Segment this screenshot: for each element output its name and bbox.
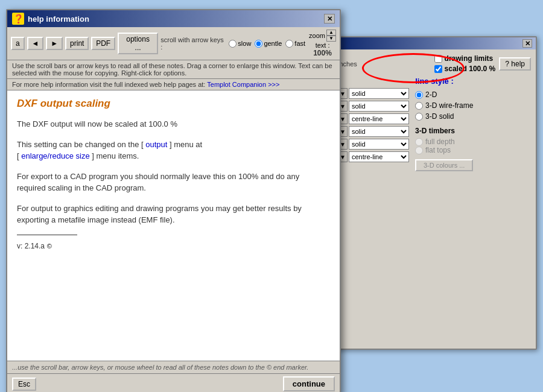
flat-tops-label: flat tops (425, 146, 451, 154)
line-dropdown-1: ▼ solidcentre-lineshort-dashed (338, 88, 409, 99)
help-title-left: ❓ help information (12, 13, 89, 25)
help-window-close[interactable]: ✕ (324, 14, 335, 24)
radio-slow[interactable] (229, 40, 237, 48)
scroll-radio-group: slow gentle fast (229, 40, 305, 48)
templot-link[interactable]: Templot Companion >>> (207, 81, 279, 88)
pdf-button[interactable]: PDF (91, 37, 115, 50)
content-para3: For export to a CAD program you should n… (17, 171, 330, 194)
content-para2: This setting can be changed on the [ out… (17, 139, 330, 162)
footer-scroll-text: ...use the scroll bar, arrow keys, or mo… (12, 364, 308, 371)
drawing-limits-label: drawing limits (445, 54, 494, 63)
radio-3d-wire-item: 3-D wire-frame (415, 101, 473, 110)
help-infobar2: For more help information visit the full… (7, 79, 340, 90)
content-para1: The DXF output will now be scaled at The… (17, 118, 330, 130)
help-bottom-bar: Esc continue (7, 373, 340, 392)
options-button[interactable]: options ... (118, 33, 158, 54)
radio-3d-solid-label: 3-D solid (425, 112, 454, 121)
help-footer: ...use the scroll bar, arrow keys, or mo… (7, 361, 340, 373)
zoom-percent: 100% (313, 49, 332, 57)
help-window-icon: ❓ (12, 13, 24, 25)
nav-prev-button[interactable]: ◄ (27, 37, 44, 50)
help-infobar: Use the scroll bars or arrow keys to rea… (7, 60, 340, 79)
help-content: DXF output scaling The DXF output will n… (7, 90, 340, 361)
line-dropdown-3: ▼ centre-linesolidshort-dashed (338, 113, 409, 124)
nav-a-button[interactable]: a (11, 37, 25, 50)
radio-full-depth[interactable] (415, 138, 423, 146)
line-select-3[interactable]: centre-linesolidshort-dashed (349, 113, 409, 124)
zoom-label: zoom (309, 32, 325, 39)
line-select-6[interactable]: centre-linesolidshort-dashed (349, 151, 409, 162)
line-select-1[interactable]: solidcentre-lineshort-dashed (349, 88, 409, 99)
copyright-symbol: © (47, 242, 52, 250)
line-select-5[interactable]: solidcentre-lineshort-dashed (349, 139, 409, 150)
zoom-arrows: ▲ ▼ (326, 30, 336, 42)
colors-button[interactable]: 3-D colours ... (415, 159, 473, 171)
esc-button[interactable]: Esc (12, 378, 36, 391)
content-title: DXF output scaling (17, 98, 330, 110)
radio-fast-label: fast (285, 40, 305, 48)
zoom-section: zoom ▲ ▼ text : 100% (309, 30, 336, 57)
inches-row: inches (338, 60, 360, 68)
scaled-checkbox[interactable] (434, 65, 442, 73)
help-toolbar: a ◄ ► print PDF options ... scroll with … (7, 27, 340, 60)
help-window-title: help information (28, 14, 89, 24)
drawing-limits-checkbox[interactable] (434, 55, 442, 63)
line-select-2[interactable]: solidcentre-lineshort-dashed (349, 101, 409, 112)
flat-tops-item: flat tops (415, 146, 473, 154)
line-col-left: ▼ solidcentre-lineshort-dashed ▼ solidce… (338, 88, 409, 174)
help-button[interactable]: ? help (499, 57, 531, 71)
zoom-down-button[interactable]: ▼ (326, 36, 336, 42)
radio-gentle[interactable] (255, 40, 262, 48)
bg-dialog-titlebar: ✕ (333, 37, 536, 49)
radio-2d-label: 2-D (425, 90, 437, 99)
full-depth-item: full depth (415, 138, 473, 146)
line-select-4[interactable]: solidcentre-lineshort-dashed (349, 126, 409, 137)
content-para4: For output to graphics editing and drawi… (17, 203, 330, 226)
radio-3d-solid[interactable] (415, 113, 423, 121)
radio-2d-item: 2-D (415, 90, 473, 99)
radio-flat-tops[interactable] (415, 147, 423, 154)
line-dropdown-6: ▼ centre-linesolidshort-dashed (338, 151, 409, 162)
help-window: ❓ help information ✕ a ◄ ► print PDF opt… (6, 9, 341, 392)
full-depth-label: full depth (425, 138, 455, 146)
bg-dialog-close[interactable]: ✕ (522, 39, 532, 48)
line-style-header: line style : (338, 77, 531, 86)
enlarge-link[interactable]: enlarge/reduce size (21, 151, 89, 160)
nav-next-button[interactable]: ► (46, 37, 63, 50)
radio-2d[interactable] (415, 91, 423, 99)
infobar-text: Use the scroll bars or arrow keys to rea… (12, 62, 332, 77)
radio-fast[interactable] (285, 40, 293, 48)
radio-gentle-label: gentle (255, 40, 282, 48)
version-row: v: 2.14.a © (17, 241, 330, 250)
radio-3d-solid-item: 3-D solid (415, 112, 473, 121)
infobar2-text: For more help information visit the full… (12, 81, 207, 88)
print-button[interactable]: print (65, 37, 89, 50)
content-divider (17, 235, 77, 235)
zoom-up-button[interactable]: ▲ (326, 30, 336, 36)
radio-3d-wire[interactable] (415, 102, 423, 110)
radio-3d-wire-label: 3-D wire-frame (425, 101, 473, 110)
drawing-limits-section: drawing limits scaled 100.0 % (434, 54, 496, 73)
background-dialog: ✕ inches drawing limits scaled 100.0 % (332, 36, 537, 350)
line-dropdown-4: ▼ solidcentre-lineshort-dashed (338, 126, 409, 137)
continue-button[interactable]: continue (283, 376, 335, 391)
line-dropdown-2: ▼ solidcentre-lineshort-dashed (338, 101, 409, 112)
timbers-label: 3-D timbers (415, 127, 473, 135)
help-titlebar: ❓ help information ✕ (7, 10, 340, 27)
question-icon: ❓ (13, 14, 24, 24)
text-label: text : (316, 42, 330, 49)
output-link[interactable]: output (145, 140, 167, 149)
radio-panel: 2-D 3-D wire-frame 3-D solid 3-D timbers… (413, 88, 475, 174)
scroll-label: scroll with arrow keys : (160, 36, 225, 51)
version-text: v: 2.14.a (17, 242, 45, 250)
line-dropdown-5: ▼ solidcentre-lineshort-dashed (338, 139, 409, 150)
radio-slow-label: slow (229, 40, 251, 48)
scaled-label: scaled 100.0 % (445, 65, 496, 73)
